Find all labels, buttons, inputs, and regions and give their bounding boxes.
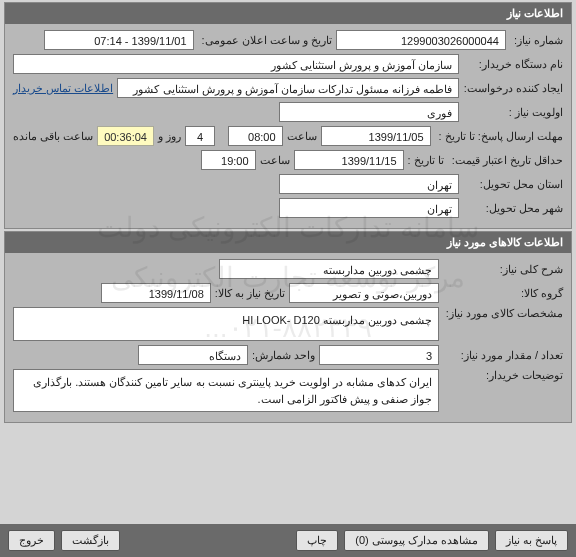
validity-to-label: تا تاریخ : [408,154,444,167]
qty-label: تعداد / مقدار مورد نیاز: [443,349,563,362]
time-label-2: ساعت [260,154,290,167]
attachments-button[interactable]: مشاهده مدارک پیوستی (0) [344,530,489,551]
goods-info-header: اطلاعات کالاهای مورد نیاز [5,232,571,253]
need-info-header: اطلاعات نیاز [5,3,571,24]
back-button[interactable]: بازگشت [61,530,120,551]
group-field: دوربین،صوتی و تصویر [289,283,439,303]
desc-field: چشمی دوربین مداربسته [219,259,439,279]
respond-button[interactable]: پاسخ به نیاز [495,530,568,551]
contact-link[interactable]: اطلاعات تماس خریدار [13,82,113,95]
spec-label: مشخصات کالای مورد نیاز: [443,307,563,320]
deadline-label: مهلت ارسال پاسخ: تا تاریخ : [435,130,563,143]
need-to-date-field: 1399/11/08 [101,283,211,303]
days-label: روز و [158,130,181,143]
validity-date-field: 1399/11/15 [294,150,404,170]
print-button[interactable]: چاپ [296,530,338,551]
announce-label: تاریخ و ساعت اعلان عمومی: [198,34,332,47]
buyer-label: نام دستگاه خریدار: [463,58,563,71]
delivery-province-field: تهران [279,174,459,194]
unit-field: دستگاه [138,345,248,365]
delivery-city-label: شهر محل تحویل: [463,202,563,215]
validity-label: حداقل تاریخ اعتبار قیمت: [448,154,563,167]
notes-label: توضیحات خریدار: [443,369,563,382]
deadline-date-field: 1399/11/05 [321,126,431,146]
goods-info-panel: اطلاعات کالاهای مورد نیاز شرح کلی نیاز: … [4,231,572,423]
creator-label: ایجاد کننده درخواست: [463,82,563,95]
need-to-date-label: تاریخ نیاز به کالا: [215,287,285,300]
priority-label: اولویت نیاز : [463,106,563,119]
time-label-1: ساعت [287,130,317,143]
announce-field: 1399/11/01 - 07:14 [44,30,194,50]
desc-label: شرح کلی نیاز: [443,263,563,276]
unit-label: واحد شمارش: [252,349,315,362]
notes-field: ایران کدهای مشابه در اولویت خرید پایینتر… [13,369,439,412]
deadline-time-field: 08:00 [228,126,283,146]
group-label: گروه کالا: [443,287,563,300]
exit-button[interactable]: خروج [8,530,55,551]
validity-time-field: 19:00 [201,150,256,170]
footer-bar: پاسخ به نیاز مشاهده مدارک پیوستی (0) چاپ… [0,524,576,557]
priority-field: فوری [279,102,459,122]
need-number-field: 1299003026000044 [336,30,506,50]
need-info-panel: اطلاعات نیاز شماره نیاز: 129900302600004… [4,2,572,229]
buyer-field: سازمان آموزش و پرورش استثنایی کشور [13,54,459,74]
need-number-label: شماره نیاز: [510,34,563,47]
delivery-city-field: تهران [279,198,459,218]
delivery-province-label: استان محل تحویل: [463,178,563,191]
qty-field: 3 [319,345,439,365]
spec-field: چشمی دوربین مداربسته HI LOOK- D120 [13,307,439,341]
countdown-field: 00:36:04 [97,126,154,146]
remaining-label: ساعت باقی مانده [13,130,93,143]
creator-field: فاطمه فرزانه مسئول تدارکات سازمان آموزش … [117,78,459,98]
days-field: 4 [185,126,215,146]
